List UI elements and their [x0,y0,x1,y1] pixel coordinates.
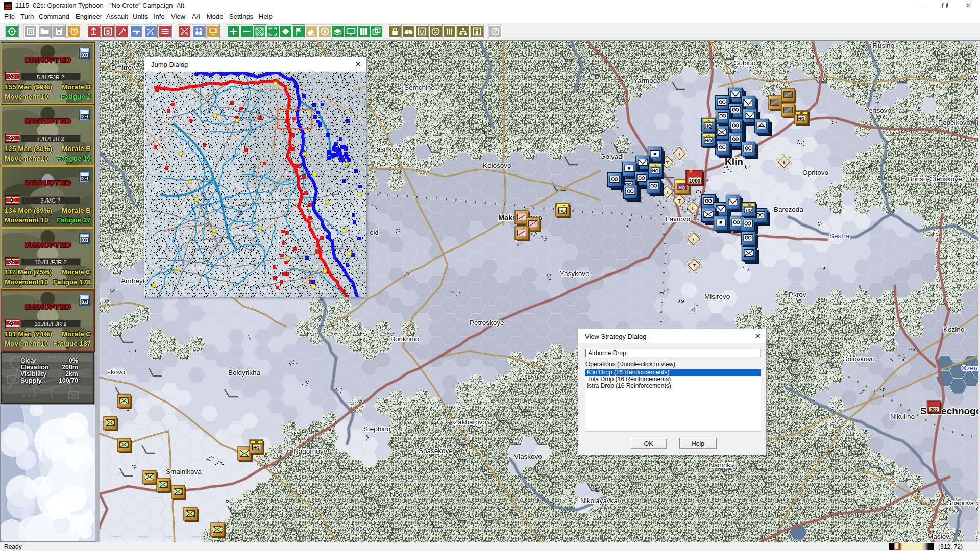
svg-text:Golyadi: Golyadi [600,153,624,160]
svg-text:Borikhino: Borikhino [390,335,419,343]
svg-text:Nikulino: Nikulino [890,413,915,420]
svg-text:Gubino: Gubino [733,59,756,67]
svg-text:Boldyrikha: Boldyrikha [228,369,261,377]
svg-text:Dmitrova: Dmitrova [111,64,139,71]
svg-text:Vlaskovo: Vlaskovo [514,453,542,460]
svg-text:Barozoda: Barozoda [774,206,803,213]
svg-text:Maslov: Maslov [927,533,949,540]
svg-text:Zakharovo: Zakharovo [454,418,486,426]
svg-text:Naninki: Naninki [709,461,732,469]
svg-text:Nikolayavka: Nikolayavka [580,497,618,505]
svg-text:Sestra: Sestra [829,232,850,240]
svg-text:Popelkovo: Popelkovo [938,119,970,127]
svg-text:Golovkovo: Golovkovo [842,355,875,363]
svg-text:skovo: skovo [107,368,125,376]
svg-text:Nagornoye: Nagornoye [293,447,327,455]
svg-text:Smalnikova: Smalnikova [166,468,202,475]
svg-text:Kozino: Kozino [943,325,964,333]
svg-text:Pkrov: Pkrov [789,291,806,298]
svg-text:Yertsovo: Yertsovo [865,107,891,114]
svg-text:Misirevo: Misirevo [704,293,730,300]
svg-text:Volosevo: Volosevo [346,524,374,532]
svg-text:S: S [106,29,110,35]
svg-text:Lavrovo: Lavrovo [666,215,690,223]
svg-text:Yasykovo: Yasykovo [560,270,590,278]
svg-text:Kolosovo: Kolosovo [483,162,511,169]
svg-text:Boriso-Glebskoye: Boriso-Glebskoye [908,175,962,183]
svg-text:Opritovo: Opritovo [802,169,828,177]
svg-text:Petroskoye: Petroskoye [470,319,504,327]
svg-text:Spasekoye: Spasekoye [419,447,453,455]
svg-text:Ozero Sert: Ozero Sert [961,364,980,372]
svg-text:Stephino: Stephino [363,425,390,433]
svg-text:Snapova: Snapova [947,499,974,507]
svg-text:asil'kovo: asil'kovo [377,145,403,153]
svg-text:oki: oki [370,229,378,236]
svg-text:U: U [420,29,424,35]
svg-text:Nogovo: Nogovo [390,491,414,498]
svg-text:?: ? [494,28,497,34]
svg-text:Yarmoga: Yarmoga [633,77,661,84]
svg-text:500: 500 [930,407,938,412]
svg-text:Rusino: Rusino [873,42,894,49]
svg-text:Semchino: Semchino [404,84,435,91]
